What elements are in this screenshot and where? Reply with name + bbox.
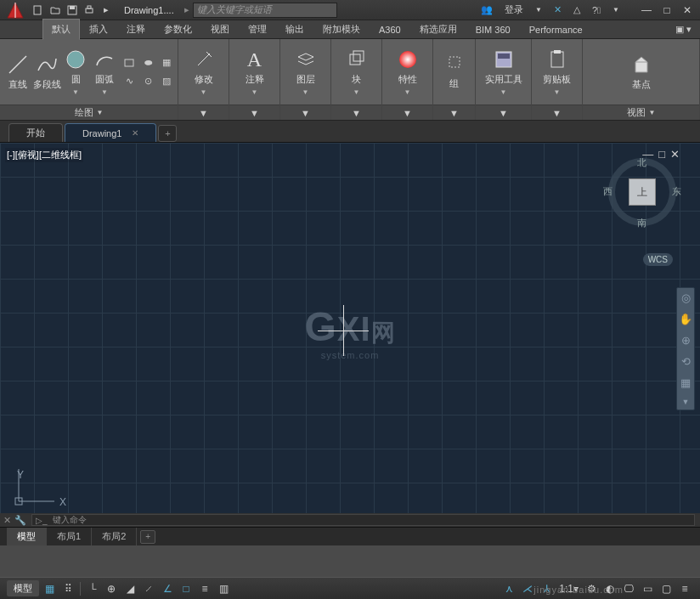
wcs-badge[interactable]: WCS	[643, 253, 673, 266]
region-icon[interactable]: ▨	[158, 73, 175, 90]
menu-output[interactable]: 输出	[276, 19, 313, 40]
menu-performance[interactable]: Performance	[520, 20, 592, 39]
hatch-icon[interactable]: ▦	[158, 54, 175, 71]
menu-default[interactable]: 默认	[42, 19, 80, 40]
menu-parametric[interactable]: 参数化	[155, 19, 201, 40]
circle-button[interactable]: 圆▼	[63, 46, 88, 98]
basepoint-button[interactable]: 基点	[626, 51, 657, 93]
app-store-icon[interactable]: △	[571, 4, 583, 15]
nav-fullnav-icon[interactable]: ◎	[681, 291, 691, 304]
menu-insert[interactable]: 插入	[80, 19, 117, 40]
ellipse-icon[interactable]: ⬬	[139, 54, 156, 71]
viewcube-west[interactable]: 西	[603, 185, 612, 198]
tab-add-button[interactable]: +	[158, 125, 177, 142]
status-scale-button[interactable]: 1:1▾	[556, 580, 581, 597]
menu-manage[interactable]: 管理	[239, 19, 276, 40]
viewcube-south[interactable]: 南	[637, 217, 646, 229]
menu-addins[interactable]: 附加模块	[313, 19, 370, 40]
group-icon[interactable]	[446, 54, 463, 71]
status-grid-icon[interactable]: ▦	[41, 580, 58, 597]
tab-drawing1[interactable]: Drawing1✕	[65, 123, 156, 142]
ribbon-collapse-icon[interactable]: ▣ ▾	[675, 24, 692, 35]
utilities-button[interactable]: 实用工具▼	[482, 46, 526, 98]
close-button[interactable]: ✕	[678, 3, 697, 18]
status-otrack-icon[interactable]: ∠	[159, 580, 176, 597]
spline-icon[interactable]: ∿	[121, 73, 138, 90]
arc-button[interactable]: 圆弧▼	[92, 46, 117, 98]
layout-2[interactable]: 布局2	[92, 528, 137, 545]
status-polar-icon[interactable]: ⊕	[103, 580, 120, 597]
qat-new-icon[interactable]	[31, 3, 46, 18]
properties-button[interactable]: 特性▼	[392, 46, 423, 98]
minimize-button[interactable]: —	[637, 3, 656, 18]
status-custom-icon[interactable]: ≡	[676, 580, 693, 597]
panel-props-drop[interactable]: ▼	[382, 105, 432, 120]
viewcube-north[interactable]: 北	[637, 156, 646, 169]
exchange-icon[interactable]: ✕	[551, 4, 564, 15]
point-icon[interactable]: ⊙	[139, 73, 156, 90]
nav-drop-icon[interactable]: ▼	[682, 398, 690, 406]
search-input[interactable]: 键入关键字或短语	[193, 3, 337, 18]
nav-zoom-icon[interactable]: ⊕	[681, 334, 691, 347]
tab-close-icon[interactable]: ✕	[132, 128, 138, 138]
status-2d-icon[interactable]: □	[178, 580, 195, 597]
app-logo[interactable]	[3, 1, 27, 20]
panel-block-drop[interactable]: ▼	[331, 105, 381, 120]
rect-icon[interactable]	[121, 54, 138, 71]
status-qp-icon[interactable]: ⋏	[500, 580, 517, 597]
viewcube[interactable]: 上 北 南 西 东	[608, 158, 676, 226]
panel-view-title[interactable]: 视图▼	[583, 105, 699, 120]
status-max-icon[interactable]: ▭	[639, 580, 656, 597]
panel-group-drop[interactable]: ▼	[433, 105, 475, 120]
annotation-button[interactable]: A注释▼	[240, 46, 270, 98]
navigation-bar[interactable]: ◎ ✋ ⊕ ⟲ ▦ ▼	[676, 287, 695, 410]
viewcube-face[interactable]: 上	[629, 178, 656, 206]
status-lweight-icon[interactable]: ≡	[196, 580, 213, 597]
help-icon[interactable]: ?⃝	[590, 5, 603, 15]
signin-label[interactable]: 登录	[502, 3, 526, 16]
layer-button[interactable]: 图层▼	[291, 46, 321, 98]
status-snap-icon[interactable]: ⠿	[59, 580, 76, 597]
qat-save-icon[interactable]	[65, 3, 80, 18]
menu-bim360[interactable]: BIM 360	[466, 20, 520, 39]
maximize-button[interactable]: □	[658, 3, 676, 18]
signin-icon[interactable]: 👥	[478, 4, 495, 15]
status-gear-icon[interactable]: ⚙	[583, 580, 600, 597]
qat-more-icon[interactable]: ▸	[99, 3, 114, 18]
layout-1[interactable]: 布局1	[47, 528, 92, 545]
viewcube-east[interactable]: 东	[672, 185, 681, 198]
status-iso-icon[interactable]: ◢	[121, 580, 138, 597]
status-ws-icon[interactable]: ◐	[601, 580, 618, 597]
panel-draw-title[interactable]: 绘图▼	[0, 105, 178, 120]
qat-print-icon[interactable]	[82, 3, 97, 18]
status-clean-icon[interactable]: ▢	[658, 580, 675, 597]
help-drop-icon[interactable]: ▼	[610, 6, 622, 14]
signin-drop-icon[interactable]: ▼	[533, 6, 545, 14]
status-model-button[interactable]: 模型	[7, 580, 39, 596]
layout-add-button[interactable]: +	[140, 530, 155, 544]
panel-layer-drop[interactable]: ▼	[280, 105, 330, 120]
command-input[interactable]: ▷_键入命令	[31, 514, 695, 526]
clipboard-button[interactable]: 剪贴板▼	[539, 46, 574, 98]
cmd-config-icon[interactable]: 🔧	[14, 515, 26, 526]
menu-annotate[interactable]: 注释	[117, 19, 155, 40]
line-button[interactable]: 直线	[5, 51, 31, 93]
layout-model[interactable]: 模型	[7, 528, 47, 545]
menu-featured[interactable]: 精选应用	[410, 19, 466, 40]
polyline-button[interactable]: 多段线	[34, 51, 59, 93]
cmd-close-icon[interactable]: ✕	[0, 515, 14, 526]
status-osnap-icon[interactable]: ⟋	[140, 580, 157, 597]
nav-showmotion-icon[interactable]: ▦	[680, 376, 691, 389]
panel-modify-drop[interactable]: ▼	[178, 105, 229, 120]
status-sc-icon[interactable]: ⋌	[519, 580, 536, 597]
status-trans-icon[interactable]: ▥	[215, 580, 232, 597]
nav-orbit-icon[interactable]: ⟲	[681, 355, 691, 368]
panel-annot-drop[interactable]: ▼	[229, 105, 279, 120]
status-ortho-icon[interactable]: └	[84, 580, 101, 597]
status-ann-icon[interactable]: ⅄	[538, 580, 555, 597]
tab-start[interactable]: 开始	[8, 123, 63, 142]
status-monitor-icon[interactable]: 🖵	[620, 580, 637, 597]
drawing-canvas[interactable]: [-][俯视][二维线框] — □ ✕ GGXI网XI网 system.com …	[0, 143, 700, 527]
panel-clip-drop[interactable]: ▼	[532, 105, 582, 120]
viewport-label[interactable]: [-][俯视][二维线框]	[5, 148, 83, 162]
